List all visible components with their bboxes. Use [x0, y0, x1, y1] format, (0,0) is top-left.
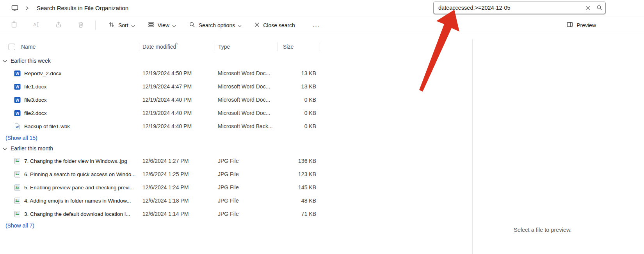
file-name-label: 3. Changing the default download locatio…: [24, 211, 130, 217]
show-all-link[interactable]: (Show all 15): [0, 133, 472, 143]
word-file-icon: W: [14, 70, 21, 77]
file-row[interactable]: 3. Changing the default download locatio…: [0, 207, 472, 220]
file-name: 7. Changing the folder view in Windows..…: [0, 158, 139, 164]
group-header[interactable]: Earlier this week: [0, 55, 472, 67]
file-date-modified: 12/6/2024 1:25 PM: [139, 171, 215, 177]
sort-button[interactable]: Sort: [103, 18, 140, 32]
svg-text:W: W: [16, 71, 20, 76]
view-button[interactable]: View: [143, 18, 181, 32]
file-date-modified: 12/19/2024 4:40 PM: [139, 110, 215, 116]
file-size: 136 KB: [277, 158, 320, 164]
file-name-label: 6. Pinning a search to quick access on W…: [24, 171, 136, 177]
file-size: 123 KB: [277, 171, 320, 177]
chevron-down-icon: [238, 22, 242, 28]
file-name: 5. Enabling preview pane and checking pr…: [0, 184, 139, 191]
group-header[interactable]: Earlier this month: [0, 143, 472, 154]
title-bar: Search Results in File Organization date…: [0, 0, 644, 16]
chevron-down-icon: [3, 145, 7, 152]
file-name: 6. Pinning a search to quick access on W…: [0, 171, 139, 178]
jpg-file-icon: [14, 184, 21, 191]
file-name: WReportv_2.docx: [0, 70, 139, 77]
file-type: JPG File: [215, 211, 277, 217]
file-list: Earlier this weekWReportv_2.docx12/19/20…: [0, 55, 472, 254]
file-row[interactable]: 5. Enabling preview pane and checking pr…: [0, 181, 472, 194]
share-button[interactable]: [51, 18, 66, 32]
column-header-type[interactable]: Type: [215, 39, 277, 54]
word-file-icon: W: [14, 97, 21, 103]
file-name: 3. Changing the default download locatio…: [0, 211, 139, 217]
group-label: Earlier this month: [11, 145, 53, 152]
file-row[interactable]: Wfile1.docx12/19/2024 4:47 PMMicrosoft W…: [0, 80, 472, 93]
file-name-label: file3.docx: [24, 97, 46, 103]
column-divider[interactable]: [277, 42, 278, 51]
page-title: Search Results in File Organization: [37, 5, 128, 11]
file-row[interactable]: 7. Changing the folder view in Windows..…: [0, 154, 472, 168]
column-divider[interactable]: [215, 42, 215, 51]
search-input[interactable]: dateaccessed:>=2024-12-05: [433, 2, 606, 14]
sort-label: Sort: [118, 22, 128, 28]
file-size: 13 KB: [277, 83, 320, 90]
file-row[interactable]: WReportv_2.docx12/19/2024 4:50 PMMicroso…: [0, 67, 472, 80]
word-file-icon: W: [14, 83, 21, 90]
delete-button[interactable]: [73, 18, 89, 32]
paste-button[interactable]: [6, 18, 22, 32]
svg-text:W: W: [16, 111, 20, 115]
search-query-misspelled: dateaccessed: [438, 5, 473, 11]
svg-text:W: W: [16, 125, 19, 129]
file-size: 145 KB: [277, 184, 320, 190]
file-row[interactable]: 6. Pinning a search to quick access on W…: [0, 168, 472, 181]
file-name-label: 4. Adding emojis in folder names in Wind…: [24, 198, 131, 204]
chevron-down-icon: [3, 58, 7, 64]
file-name: Wfile2.docx: [0, 110, 139, 116]
file-row[interactable]: Wfile2.docx12/19/2024 4:40 PMMicrosoft W…: [0, 106, 472, 120]
view-icon: [148, 21, 155, 29]
column-label-date-modified: Date modified: [142, 44, 176, 50]
file-row[interactable]: 4. Adding emojis in folder names in Wind…: [0, 194, 472, 207]
search-options-button[interactable]: Search options: [184, 18, 246, 32]
file-type: Microsoft Word Doc...: [215, 110, 277, 116]
file-row[interactable]: Wfile3.docx12/19/2024 4:40 PMMicrosoft W…: [0, 93, 472, 106]
search-options-label: Search options: [199, 22, 235, 28]
search-icon[interactable]: [594, 2, 605, 14]
file-size: 0 KB: [277, 97, 320, 103]
column-label-name: Name: [21, 44, 36, 50]
search-options-icon: [189, 21, 196, 29]
file-name: WBackup of file1.wbk: [0, 123, 139, 130]
show-all-link[interactable]: (Show all 7): [0, 220, 472, 230]
word-file-icon: W: [14, 110, 21, 116]
file-row[interactable]: WBackup of file1.wbk12/19/2024 4:40 PMMi…: [0, 120, 472, 133]
close-search-button[interactable]: Close search: [249, 18, 302, 32]
file-type: JPG File: [215, 184, 277, 190]
group-label: Earlier this week: [11, 58, 51, 64]
preview-label: Preview: [576, 22, 596, 28]
preview-placeholder: Select a file to preview.: [473, 227, 613, 233]
breadcrumb-chevron-icon[interactable]: [25, 6, 29, 11]
file-date-modified: 12/6/2024 1:18 PM: [139, 198, 215, 204]
column-label-size: Size: [283, 44, 294, 50]
column-divider[interactable]: [320, 42, 320, 51]
rename-button[interactable]: A: [28, 18, 44, 32]
file-name: Wfile1.docx: [0, 83, 139, 90]
file-type: JPG File: [215, 158, 277, 164]
close-search-label: Close search: [263, 22, 295, 28]
paste-icon: [11, 21, 18, 29]
file-date-modified: 12/6/2024 1:24 PM: [139, 184, 215, 190]
svg-text:W: W: [16, 98, 20, 102]
column-divider[interactable]: [139, 42, 139, 51]
select-all-checkbox[interactable]: [9, 44, 15, 50]
column-header-name[interactable]: Name: [0, 39, 139, 54]
preview-toggle-button[interactable]: Preview: [562, 18, 603, 32]
delete-icon: [77, 21, 84, 29]
file-date-modified: 12/19/2024 4:40 PM: [139, 97, 215, 103]
search-query-rest: :>=2024-12-05: [473, 5, 510, 11]
file-type: Microsoft Word Doc...: [215, 70, 277, 76]
file-size: 0 KB: [277, 110, 320, 116]
chevron-down-icon: [172, 22, 176, 28]
column-header-size[interactable]: Size: [277, 39, 320, 54]
file-name: 4. Adding emojis in folder names in Wind…: [0, 198, 139, 204]
more-options-button[interactable]: …: [308, 18, 324, 32]
jpg-file-icon: [14, 198, 21, 204]
jpg-file-icon: [14, 211, 21, 217]
computer-icon[interactable]: [11, 5, 19, 12]
clear-search-icon[interactable]: [582, 2, 594, 14]
